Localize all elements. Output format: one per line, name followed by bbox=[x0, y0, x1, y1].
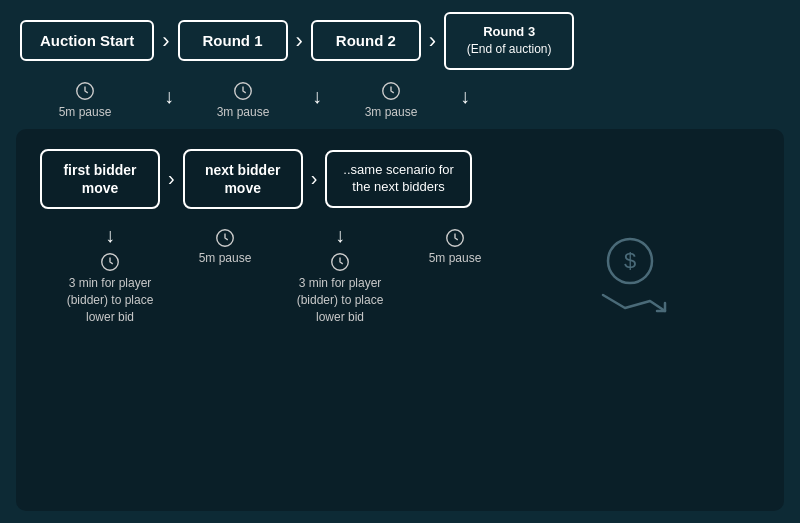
stage-auction-start: Auction Start bbox=[20, 20, 154, 61]
pause-label-1: 5m pause bbox=[59, 105, 112, 119]
detail-down-2: ↓ bbox=[335, 225, 345, 245]
down-arrow-2: ↓ bbox=[312, 86, 322, 106]
down-arrow-3: ↓ bbox=[460, 86, 470, 106]
stage-round2: Round 2 bbox=[311, 20, 421, 61]
detail-down-1: ↓ bbox=[105, 225, 115, 245]
clock-icon-pause-b2 bbox=[444, 227, 466, 249]
pause-row: 5m pause ↓ 3m pause ↓ 3m pause bbox=[16, 80, 784, 119]
clock-icon-detail-1 bbox=[99, 251, 121, 273]
down-arrow-1: ↓ bbox=[164, 86, 174, 106]
next-bidder-box: next biddermove bbox=[183, 149, 303, 209]
detail-timer-2: 3 min for player(bidder) to placelower b… bbox=[297, 275, 384, 325]
stage-round3: Round 3(End of auction) bbox=[444, 12, 574, 70]
bottom-section: first biddermove › next biddermove › ..s… bbox=[16, 129, 784, 511]
clock-icon-detail-2 bbox=[329, 251, 351, 273]
pause-b1-label: 5m pause bbox=[199, 251, 252, 265]
bidder-arrow-1: › bbox=[160, 167, 183, 190]
details-row: ↓ 3 min for player(bidder) to placelower… bbox=[40, 225, 760, 325]
arrow-2: › bbox=[288, 28, 311, 54]
stage-round1: Round 1 bbox=[178, 20, 288, 61]
pause-label-3: 3m pause bbox=[365, 105, 418, 119]
main-wrapper: Auction Start › Round 1 › Round 2 › Roun… bbox=[0, 0, 800, 523]
dollar-trend-icon: $ bbox=[585, 233, 675, 318]
bidder-flow: first biddermove › next biddermove › ..s… bbox=[40, 149, 760, 209]
clock-icon-1 bbox=[74, 80, 96, 102]
pause-b2-label: 5m pause bbox=[429, 251, 482, 265]
clock-icon-2 bbox=[232, 80, 254, 102]
first-bidder-box: first biddermove bbox=[40, 149, 160, 209]
arrow-1: › bbox=[154, 28, 177, 54]
clock-icon-pause-b1 bbox=[214, 227, 236, 249]
pause-label-2: 3m pause bbox=[217, 105, 270, 119]
clock-icon-3 bbox=[380, 80, 402, 102]
scenario-box: ..same scenario forthe next bidders bbox=[325, 150, 472, 208]
bidder-arrow-2: › bbox=[303, 167, 326, 190]
arrow-3: › bbox=[421, 28, 444, 54]
svg-text:$: $ bbox=[624, 248, 636, 273]
detail-timer-1: 3 min for player(bidder) to placelower b… bbox=[67, 275, 154, 325]
top-flow: Auction Start › Round 1 › Round 2 › Roun… bbox=[16, 12, 784, 70]
money-icon-area: $ bbox=[500, 225, 760, 325]
